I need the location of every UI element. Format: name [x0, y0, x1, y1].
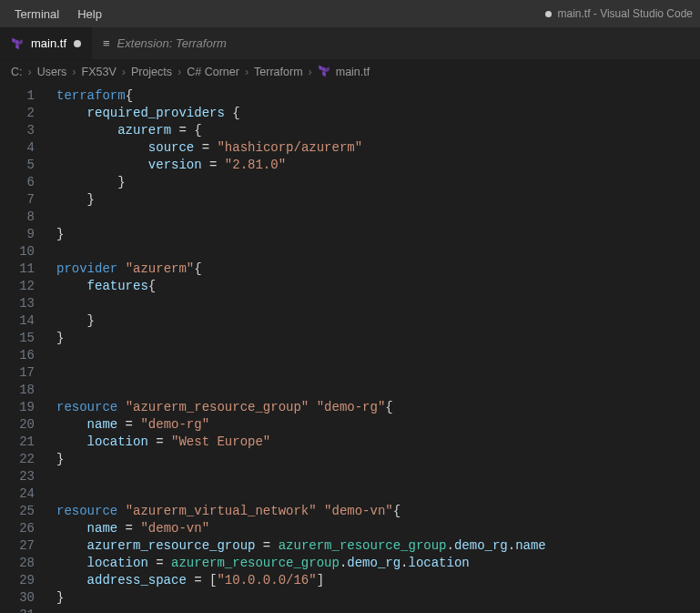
- chevron-right-icon: ›: [72, 66, 76, 78]
- breadcrumb-segment[interactable]: Terraform: [254, 66, 302, 78]
- code-line[interactable]: azurerm = {: [56, 122, 700, 139]
- menu-help[interactable]: Help: [70, 4, 109, 25]
- line-number: 7: [0, 191, 35, 209]
- line-number-gutter: 1234567891011121314151617181920212223242…: [0, 84, 51, 613]
- line-number: 28: [0, 555, 35, 572]
- terraform-icon: [318, 65, 330, 77]
- line-number: 17: [0, 364, 35, 382]
- code-line[interactable]: }: [56, 451, 700, 468]
- line-number: 5: [0, 157, 35, 174]
- line-number: 9: [0, 226, 35, 243]
- code-line[interactable]: address_space = ["10.0.0.0/16"]: [56, 572, 700, 589]
- terraform-icon: [11, 37, 24, 50]
- code-line[interactable]: azurerm_resource_group = azurerm_resourc…: [56, 537, 700, 555]
- tab-label: Extension: Terraform: [117, 36, 227, 50]
- code-line[interactable]: location = azurerm_resource_group.demo_r…: [56, 555, 700, 572]
- code-line[interactable]: resource "azurerm_resource_group" "demo-…: [56, 399, 700, 416]
- breadcrumb-file[interactable]: main.tf: [336, 66, 370, 78]
- tab-extension-terraform[interactable]: ≡Extension: Terraform: [92, 27, 238, 59]
- line-number: 6: [0, 174, 35, 191]
- line-number: 23: [0, 468, 35, 485]
- code-line[interactable]: }: [56, 330, 700, 347]
- menu-terminal[interactable]: Terminal: [7, 4, 66, 25]
- chevron-right-icon: ›: [245, 66, 249, 78]
- chevron-right-icon: ›: [178, 66, 181, 78]
- breadcrumb-segment[interactable]: C# Corner: [187, 66, 239, 78]
- code-line[interactable]: resource "azurerm_virtual_network" "demo…: [56, 503, 700, 520]
- line-number: 25: [0, 503, 35, 520]
- line-number: 16: [0, 347, 35, 364]
- tab-main-tf[interactable]: main.tf: [0, 27, 92, 59]
- code-area[interactable]: terraform{ required_providers { azurerm …: [51, 84, 700, 613]
- code-line[interactable]: location = "West Europe": [56, 434, 700, 451]
- code-line[interactable]: [56, 243, 700, 261]
- line-number: 1: [0, 87, 35, 105]
- line-number: 11: [0, 261, 35, 278]
- line-number: 12: [0, 278, 35, 295]
- line-number: 18: [0, 382, 35, 399]
- line-number: 14: [0, 312, 35, 330]
- breadcrumbs: C:›Users›FX53V›Projects›C# Corner›Terraf…: [0, 60, 700, 84]
- breadcrumb-segment[interactable]: Projects: [131, 66, 172, 78]
- extension-icon: ≡: [103, 36, 110, 50]
- line-number: 29: [0, 572, 35, 589]
- code-line[interactable]: [56, 209, 700, 226]
- line-number: 10: [0, 243, 35, 261]
- code-line[interactable]: }: [56, 174, 700, 191]
- window-title: main.tf - Visual Studio Code: [545, 7, 693, 20]
- menu-items: Terminal Help: [7, 4, 109, 25]
- code-line[interactable]: terraform{: [56, 87, 700, 105]
- code-line[interactable]: }: [56, 226, 700, 243]
- code-line[interactable]: [56, 382, 700, 399]
- code-line[interactable]: required_providers {: [56, 105, 700, 122]
- code-line[interactable]: version = "2.81.0": [56, 157, 700, 174]
- code-line[interactable]: [56, 607, 700, 613]
- breadcrumb-segment[interactable]: FX53V: [82, 66, 117, 78]
- code-line[interactable]: [56, 347, 700, 364]
- code-line[interactable]: }: [56, 312, 700, 330]
- window-title-text: main.tf - Visual Studio Code: [557, 7, 693, 20]
- line-number: 24: [0, 485, 35, 503]
- line-number: 22: [0, 451, 35, 468]
- tab-bar: main.tf≡Extension: Terraform: [0, 27, 700, 60]
- line-number: 2: [0, 105, 35, 122]
- code-line[interactable]: name = "demo-rg": [56, 416, 700, 434]
- line-number: 3: [0, 122, 35, 139]
- line-number: 27: [0, 537, 35, 555]
- line-number: 19: [0, 399, 35, 416]
- tab-label: main.tf: [31, 36, 66, 50]
- line-number: 13: [0, 295, 35, 312]
- code-line[interactable]: provider "azurerm"{: [56, 261, 700, 278]
- code-line[interactable]: [56, 468, 700, 485]
- code-line[interactable]: [56, 295, 700, 312]
- chevron-right-icon: ›: [28, 66, 32, 78]
- code-line[interactable]: features{: [56, 278, 700, 295]
- line-number: 26: [0, 520, 35, 537]
- breadcrumb-segment[interactable]: Users: [37, 66, 67, 78]
- line-number: 20: [0, 416, 35, 434]
- breadcrumb-segment[interactable]: C:: [11, 66, 23, 78]
- code-line[interactable]: [56, 485, 700, 503]
- line-number: 15: [0, 330, 35, 347]
- code-line[interactable]: name = "demo-vn": [56, 520, 700, 537]
- code-line[interactable]: }: [56, 589, 700, 607]
- chevron-right-icon: ›: [309, 66, 312, 78]
- line-number: 4: [0, 139, 35, 157]
- unsaved-dot-icon: [545, 11, 552, 17]
- line-number: 8: [0, 209, 35, 226]
- line-number: 21: [0, 434, 35, 451]
- line-number: 31: [0, 607, 35, 613]
- line-number: 30: [0, 589, 35, 607]
- unsaved-dot-icon: [74, 40, 81, 47]
- code-line[interactable]: [56, 364, 700, 382]
- code-line[interactable]: source = "hashicorp/azurerm": [56, 139, 700, 157]
- menu-bar: Terminal Help main.tf - Visual Studio Co…: [0, 0, 700, 27]
- code-line[interactable]: }: [56, 191, 700, 209]
- chevron-right-icon: ›: [122, 66, 126, 78]
- code-editor[interactable]: 1234567891011121314151617181920212223242…: [0, 84, 700, 613]
